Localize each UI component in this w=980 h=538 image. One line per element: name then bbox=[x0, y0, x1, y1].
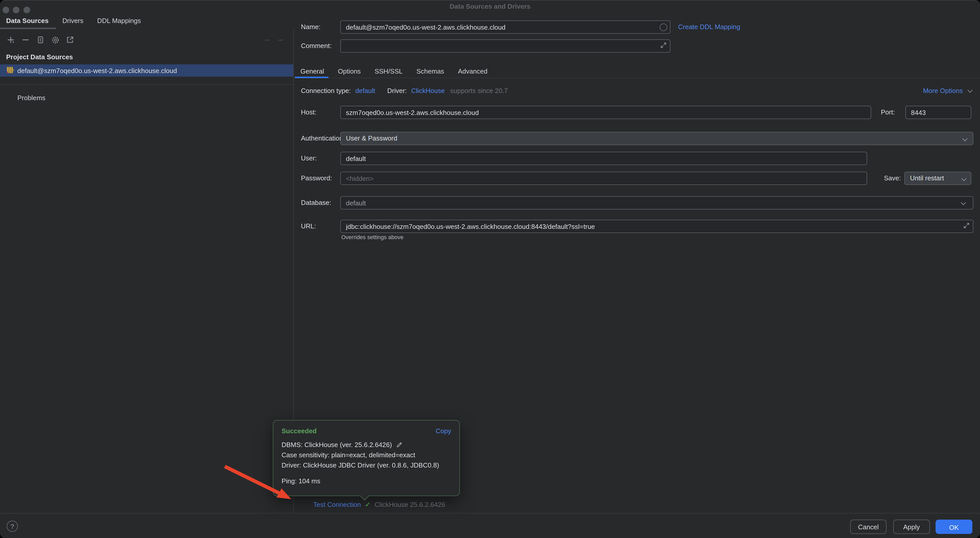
password-label: Password: bbox=[301, 172, 332, 185]
forward-button[interactable]: → bbox=[277, 34, 284, 43]
tab-ddl-mappings[interactable]: DDL Mappings bbox=[97, 17, 141, 24]
data-sources-dialog: Data Sources and Drivers Data Sources Dr… bbox=[0, 0, 980, 538]
save-select[interactable]: Until restart bbox=[904, 172, 971, 185]
host-input[interactable] bbox=[340, 106, 871, 119]
history-nav: ← → bbox=[264, 34, 284, 43]
case-sensitivity-line: Case sensitivity: plain=exact, delimited… bbox=[282, 450, 451, 460]
status-succeeded: Succeeded bbox=[282, 427, 317, 435]
port-input[interactable] bbox=[905, 106, 971, 119]
cancel-button[interactable]: Cancel bbox=[850, 520, 886, 534]
sidebar-tab-strip: Data Sources Drivers DDL Mappings bbox=[6, 17, 141, 24]
expand-icon[interactable] bbox=[963, 222, 970, 231]
window-title: Data Sources and Drivers bbox=[0, 3, 980, 10]
footer-divider bbox=[0, 513, 980, 514]
back-button[interactable]: ← bbox=[264, 34, 271, 43]
settings-button[interactable] bbox=[51, 35, 60, 45]
add-data-source-button[interactable] bbox=[6, 35, 15, 45]
test-connection-popup: Succeeded Copy DBMS: ClickHouse (ver. 25… bbox=[273, 420, 460, 496]
tab-drivers[interactable]: Drivers bbox=[62, 17, 83, 24]
plus-icon bbox=[6, 35, 15, 44]
tab-strip-border bbox=[294, 78, 980, 78]
tab-advanced[interactable]: Advanced bbox=[454, 65, 491, 78]
sidebar-toolbar bbox=[6, 35, 75, 45]
connection-type-label: Connection type: bbox=[301, 87, 351, 94]
clickhouse-icon bbox=[6, 66, 14, 75]
chevron-down-icon bbox=[961, 176, 966, 181]
remove-data-source-button[interactable] bbox=[21, 35, 30, 45]
problems-item[interactable]: Problems bbox=[18, 94, 46, 102]
driver-value-link[interactable]: ClickHouse bbox=[411, 87, 445, 94]
active-tab-accent bbox=[295, 76, 329, 78]
url-label: URL: bbox=[301, 220, 316, 233]
data-source-list-item-selected[interactable]: default@szm7oqed0o.us-west-2.aws.clickho… bbox=[0, 64, 293, 76]
open-in-new-button[interactable] bbox=[65, 35, 75, 45]
active-tab-underline bbox=[0, 28, 56, 29]
name-label: Name: bbox=[301, 21, 321, 34]
open-in-new-icon bbox=[66, 36, 74, 44]
duplicate-button[interactable] bbox=[36, 35, 45, 45]
data-source-label: default@szm7oqed0o.us-west-2.aws.clickho… bbox=[18, 67, 177, 74]
driver-note: supports since 20.7 bbox=[450, 87, 508, 94]
edit-pencil-icon[interactable] bbox=[394, 441, 402, 449]
help-button[interactable]: ? bbox=[6, 520, 18, 532]
user-label: User: bbox=[301, 152, 317, 165]
tab-schemas[interactable]: Schemas bbox=[413, 65, 448, 78]
question-icon: ? bbox=[11, 523, 14, 530]
red-arrow-annotation bbox=[0, 0, 980, 538]
ping-line: Ping: 104 ms bbox=[282, 477, 451, 485]
test-connection-link[interactable]: Test Connection bbox=[313, 501, 361, 508]
authentication-label: Authentication: bbox=[301, 132, 345, 145]
popup-notch bbox=[360, 491, 369, 501]
save-label: Save: bbox=[884, 172, 901, 185]
database-input[interactable] bbox=[340, 196, 974, 210]
tab-options[interactable]: Options bbox=[334, 65, 364, 78]
apply-button[interactable]: Apply bbox=[893, 520, 930, 534]
sidebar-divider bbox=[0, 84, 293, 85]
copy-link[interactable]: Copy bbox=[436, 427, 451, 435]
user-input[interactable] bbox=[340, 152, 867, 165]
comment-label: Comment: bbox=[301, 39, 332, 53]
gear-icon bbox=[51, 35, 59, 44]
arrow-right-icon: → bbox=[277, 34, 284, 43]
expand-icon[interactable] bbox=[660, 42, 667, 50]
database-label: Database: bbox=[301, 196, 331, 210]
port-label: Port: bbox=[881, 106, 895, 119]
settings-tab-strip: General Options SSH/SSL Schemas Advanced bbox=[297, 65, 491, 78]
more-options-link[interactable]: More Options bbox=[923, 87, 972, 95]
connection-result-text: ClickHouse 25.6.2.6426 bbox=[374, 501, 445, 508]
chevron-down-icon bbox=[967, 88, 973, 93]
arrow-left-icon: ← bbox=[264, 34, 271, 43]
ok-button[interactable]: OK bbox=[935, 520, 972, 534]
project-data-sources-label: Project Data Sources bbox=[6, 53, 73, 61]
tab-data-sources[interactable]: Data Sources bbox=[6, 17, 49, 24]
minus-icon bbox=[21, 36, 30, 44]
create-ddl-mapping-link[interactable]: Create DDL Mapping bbox=[678, 21, 740, 34]
success-check-icon: ✓ bbox=[365, 501, 371, 508]
name-input[interactable] bbox=[340, 21, 670, 34]
dbms-line: DBMS: ClickHouse (ver. 25.6.2.6426) bbox=[282, 440, 451, 450]
authentication-select[interactable]: User & Password bbox=[340, 132, 974, 145]
host-label: Host: bbox=[301, 106, 317, 119]
connection-type-line: Connection type: default Driver: ClickHo… bbox=[301, 87, 508, 95]
connection-type-value-link[interactable]: default bbox=[355, 87, 375, 94]
url-input[interactable] bbox=[340, 220, 974, 233]
driver-line: Driver: ClickHouse JDBC Driver (ver. 0.8… bbox=[282, 460, 451, 471]
driver-label: Driver: bbox=[387, 87, 407, 94]
duplicate-icon bbox=[36, 36, 45, 44]
tab-ssh-ssl[interactable]: SSH/SSL bbox=[371, 65, 406, 78]
url-note: Overrides settings above bbox=[341, 234, 403, 240]
comment-input[interactable] bbox=[340, 39, 670, 53]
tab-general[interactable]: General bbox=[297, 65, 328, 78]
connection-status-line: Test Connection ✓ ClickHouse 25.6.2.6426 bbox=[313, 501, 445, 508]
loading-circle-icon bbox=[660, 24, 667, 31]
chevron-down-icon bbox=[963, 136, 967, 141]
password-input[interactable] bbox=[340, 172, 867, 185]
